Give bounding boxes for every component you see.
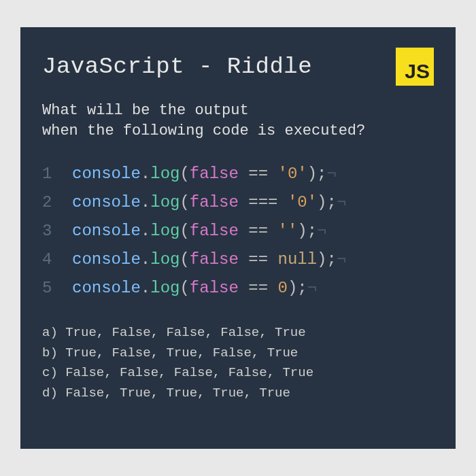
code-line: 1console.log(false == '0');¬ (42, 160, 434, 188)
line-number: 3 (42, 217, 72, 245)
code-token: ¬ (307, 279, 317, 297)
code-token: ); (288, 279, 307, 297)
code-token: log (150, 250, 180, 269)
code-token: console (72, 250, 141, 269)
code-token: ¬ (327, 165, 337, 183)
line-number: 5 (42, 274, 72, 303)
code-token: ); (317, 250, 337, 269)
code-token: ); (317, 193, 337, 211)
code-token: . (141, 250, 150, 269)
question-text: What will be the output when the followi… (42, 101, 434, 141)
code-block: 1console.log(false == '0');¬2console.log… (42, 160, 434, 303)
code-token: false (190, 250, 239, 269)
code-token: ( (180, 165, 189, 183)
code-token: '' (277, 222, 297, 240)
code-token: '0' (288, 193, 317, 211)
code-line: 5console.log(false == 0);¬ (42, 274, 434, 303)
code-token: ( (180, 279, 189, 297)
code-line: 2console.log(false === '0');¬ (42, 188, 434, 217)
code-token: . (141, 222, 150, 240)
code-content: console.log(false === '0');¬ (72, 188, 346, 217)
question-line-2: when the following code is executed? (42, 121, 434, 141)
code-token: console (72, 165, 141, 183)
line-number: 1 (42, 160, 72, 188)
code-token: log (150, 279, 180, 297)
code-token: ¬ (317, 222, 326, 240)
line-number: 4 (42, 245, 72, 274)
code-token: == (239, 250, 278, 269)
code-token: '0' (277, 165, 307, 183)
answer-options: a) True, False, False, False, Trueb) Tru… (42, 323, 434, 403)
code-token: console (72, 193, 141, 211)
code-token: false (190, 165, 239, 183)
riddle-card: JavaScript - Riddle JS What will be the … (20, 27, 456, 449)
code-content: console.log(false == '');¬ (72, 217, 327, 245)
code-token: 0 (277, 279, 287, 297)
code-token: false (190, 279, 239, 297)
code-token: ( (180, 222, 189, 240)
code-line: 4console.log(false == null);¬ (42, 245, 434, 274)
header: JavaScript - Riddle JS (42, 48, 434, 86)
answer-option: d) False, True, True, True, True (42, 384, 434, 403)
answer-option: b) True, False, True, False, True (42, 343, 434, 363)
answer-option: c) False, False, False, False, True (42, 363, 434, 383)
code-token: false (190, 222, 239, 240)
code-token: . (141, 165, 150, 183)
code-token: === (239, 193, 288, 211)
code-token: == (239, 279, 278, 297)
code-content: console.log(false == null);¬ (72, 245, 346, 274)
code-token: log (150, 165, 180, 183)
code-content: console.log(false == '0');¬ (72, 160, 337, 188)
code-token: console (72, 279, 141, 297)
code-token: ¬ (337, 250, 346, 269)
code-token: == (239, 222, 278, 240)
code-token: console (72, 222, 141, 240)
question-line-1: What will be the output (42, 101, 434, 121)
code-line: 3console.log(false == '');¬ (42, 217, 434, 245)
code-token: ); (297, 222, 317, 240)
code-content: console.log(false == 0);¬ (72, 274, 317, 303)
code-token: . (141, 279, 150, 297)
js-logo-icon: JS (396, 48, 434, 86)
code-token: log (150, 193, 180, 211)
answer-option: a) True, False, False, False, True (42, 323, 434, 343)
code-token: ¬ (337, 193, 346, 211)
code-token: ); (307, 165, 327, 183)
code-token: log (150, 222, 180, 240)
code-token: false (190, 193, 239, 211)
page-title: JavaScript - Riddle (42, 54, 312, 80)
line-number: 2 (42, 188, 72, 217)
code-token: ( (180, 250, 189, 269)
code-token: null (277, 250, 317, 269)
code-token: ( (180, 193, 189, 211)
code-token: . (141, 193, 150, 211)
code-token: == (239, 165, 278, 183)
